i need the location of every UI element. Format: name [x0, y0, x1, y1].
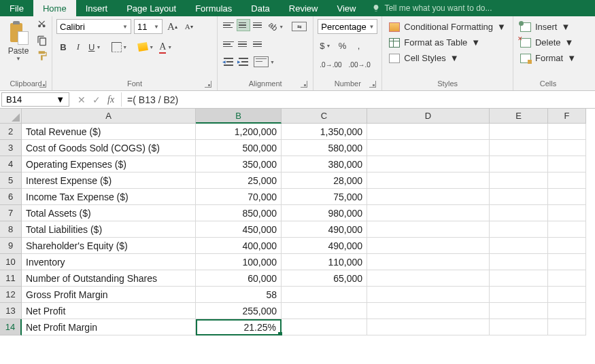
cell[interactable] [548, 156, 586, 172]
cell[interactable] [490, 254, 548, 270]
cell[interactable] [282, 319, 367, 335]
tab-review[interactable]: Review [279, 0, 328, 16]
cell[interactable] [490, 205, 548, 221]
cell[interactable]: Number of Outstanding Shares [22, 270, 196, 287]
cell[interactable]: 380,000 [282, 156, 367, 172]
tell-me-search[interactable]: Tell me what you want to do... [365, 0, 498, 16]
decrease-font-button[interactable]: A▾ [182, 19, 196, 34]
formula-input[interactable]: =( B13 / B2) [122, 91, 595, 108]
cell[interactable] [548, 254, 586, 270]
cell[interactable]: Net Profit Margin [22, 319, 196, 335]
row-header[interactable]: 12 [0, 287, 22, 303]
cell[interactable]: 580,000 [282, 140, 367, 156]
cell[interactable]: Total Assets ($) [22, 205, 196, 221]
cell[interactable]: Interest Expense ($) [22, 172, 196, 189]
cell[interactable] [490, 172, 548, 189]
cell[interactable] [367, 156, 490, 172]
paste-button[interactable]: Paste ▼ [4, 19, 33, 62]
cut-button[interactable] [37, 20, 48, 31]
cell[interactable] [548, 124, 586, 140]
cell[interactable]: 110,000 [282, 254, 367, 270]
italic-button[interactable]: I [71, 39, 85, 54]
increase-font-button[interactable]: A▴ [165, 19, 180, 34]
cell[interactable] [282, 303, 367, 319]
decrease-indent-button[interactable] [222, 54, 235, 69]
cell[interactable] [367, 270, 490, 287]
delete-cells-button[interactable]: Delete▼ [517, 36, 579, 49]
cell[interactable]: 21.25% [196, 319, 282, 335]
tab-view[interactable]: View [327, 0, 365, 16]
align-center-button[interactable] [237, 38, 250, 50]
cell[interactable] [548, 172, 586, 189]
align-right-button[interactable] [252, 38, 265, 50]
cell[interactable] [490, 238, 548, 254]
increase-decimal-button[interactable]: .0→.00 [318, 57, 343, 72]
accounting-format-button[interactable]: $▼ [318, 38, 333, 53]
number-format-combo[interactable]: Percentage▼ [318, 19, 377, 34]
cell[interactable]: 100,000 [196, 254, 282, 270]
cell[interactable]: 65,000 [282, 270, 367, 287]
col-header-C[interactable]: C [282, 109, 367, 124]
fx-icon[interactable]: fx [107, 94, 114, 105]
cell[interactable] [490, 140, 548, 156]
row-header[interactable]: 3 [0, 140, 22, 156]
align-middle-button[interactable] [237, 19, 250, 31]
cell[interactable] [367, 124, 490, 140]
format-as-table-button[interactable]: Format as Table▼ [386, 36, 509, 49]
conditional-formatting-button[interactable]: Conditional Formatting▼ [386, 20, 509, 33]
cell[interactable]: 350,000 [196, 156, 282, 172]
select-all-corner[interactable] [0, 109, 22, 124]
col-header-D[interactable]: D [367, 109, 490, 124]
row-header[interactable]: 10 [0, 254, 22, 270]
increase-indent-button[interactable] [237, 54, 250, 69]
copy-button[interactable] [37, 35, 48, 46]
cell[interactable] [367, 205, 490, 221]
decrease-decimal-button[interactable]: .00→.0 [347, 57, 373, 72]
cell[interactable] [282, 287, 367, 303]
row-header[interactable]: 9 [0, 238, 22, 254]
dialog-launcher-icon[interactable] [205, 81, 211, 88]
cell[interactable] [367, 254, 490, 270]
row-header[interactable]: 11 [0, 270, 22, 287]
cell[interactable]: 25,000 [196, 172, 282, 189]
fill-color-button[interactable]: ▼ [136, 39, 156, 54]
cell[interactable]: Operating Expenses ($) [22, 156, 196, 172]
cell[interactable] [367, 172, 490, 189]
cell[interactable] [490, 303, 548, 319]
tab-file[interactable]: File [0, 0, 33, 16]
spreadsheet-grid[interactable]: A B C D E F 2Total Revenue ($)1,200,0001… [0, 109, 595, 335]
cell[interactable]: 1,350,000 [282, 124, 367, 140]
cell[interactable] [490, 270, 548, 287]
tab-insert[interactable]: Insert [76, 0, 118, 16]
borders-button[interactable]: ▼ [109, 39, 129, 54]
cell[interactable]: Gross Profit Margin [22, 287, 196, 303]
cell[interactable] [548, 221, 586, 238]
orientation-button[interactable]: ab▼ [267, 19, 286, 34]
row-header[interactable]: 13 [0, 303, 22, 319]
cell[interactable] [548, 303, 586, 319]
cell[interactable]: 255,000 [196, 303, 282, 319]
row-header[interactable]: 6 [0, 189, 22, 205]
cell[interactable]: Total Liabilities ($) [22, 221, 196, 238]
cell[interactable] [548, 238, 586, 254]
row-header[interactable]: 14 [0, 319, 22, 335]
cell[interactable]: 850,000 [196, 205, 282, 221]
cell[interactable] [367, 319, 490, 335]
cell[interactable] [490, 124, 548, 140]
cell[interactable] [490, 189, 548, 205]
cell[interactable] [548, 205, 586, 221]
accept-formula-button[interactable]: ✓ [92, 94, 101, 105]
font-size-combo[interactable]: 11▼ [134, 19, 163, 34]
row-header[interactable]: 8 [0, 221, 22, 238]
cell[interactable]: Inventory [22, 254, 196, 270]
bold-button[interactable]: B [56, 39, 70, 54]
row-header[interactable]: 4 [0, 156, 22, 172]
cell[interactable] [490, 287, 548, 303]
cell[interactable]: 70,000 [196, 189, 282, 205]
tab-page-layout[interactable]: Page Layout [117, 0, 186, 16]
cell[interactable]: 490,000 [282, 238, 367, 254]
chevron-down-icon[interactable]: ▼ [16, 56, 21, 62]
cell[interactable] [367, 287, 490, 303]
col-header-E[interactable]: E [490, 109, 548, 124]
insert-cells-button[interactable]: Insert▼ [517, 20, 579, 33]
